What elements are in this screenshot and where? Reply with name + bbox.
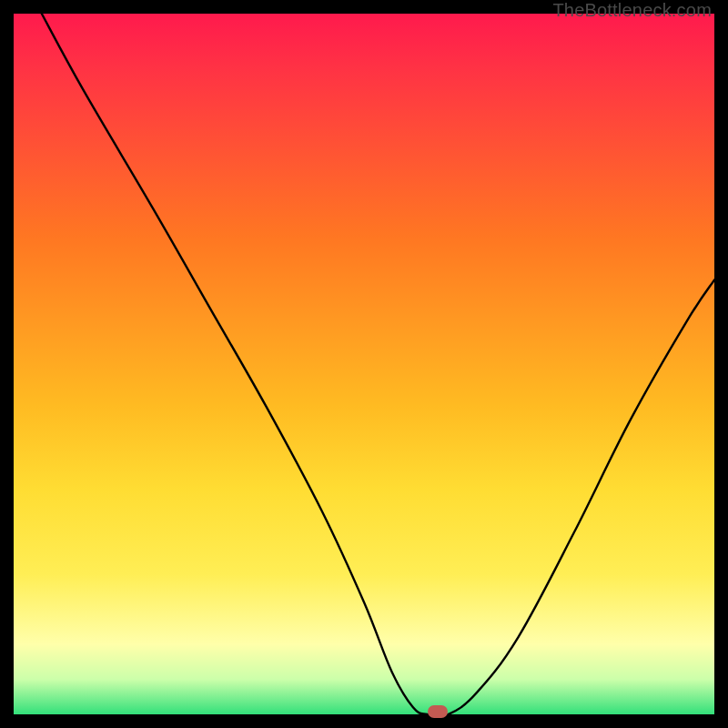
bottleneck-curve	[14, 14, 714, 714]
optimal-marker	[428, 705, 448, 718]
watermark-text: TheBottleneck.com	[552, 0, 712, 21]
chart-frame: TheBottleneck.com	[0, 0, 728, 728]
